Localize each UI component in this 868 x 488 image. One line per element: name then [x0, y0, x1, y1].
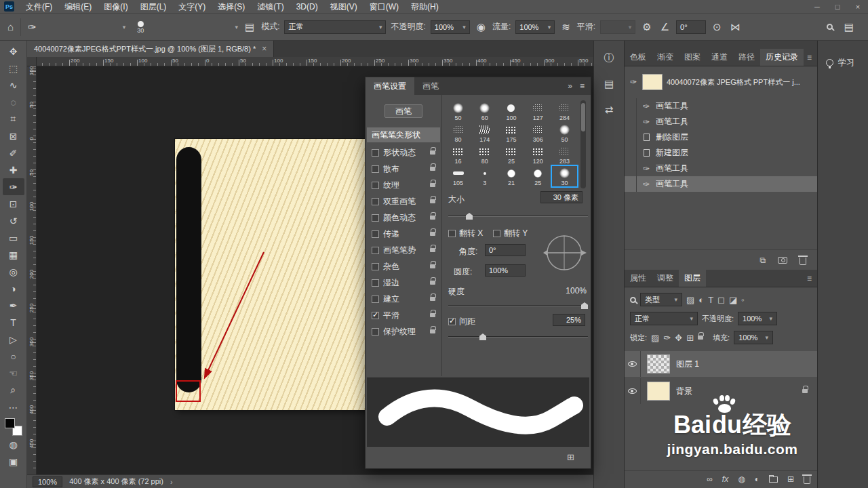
checkbox[interactable]: [372, 214, 379, 222]
zoom-tool[interactable]: ⌕: [3, 382, 24, 399]
type-tool[interactable]: T: [3, 314, 24, 331]
opacity-input[interactable]: 100% ▾: [431, 20, 470, 34]
brush-preset[interactable]: 175: [498, 122, 524, 144]
spacing-checkbox[interactable]: 间距: [448, 316, 475, 327]
option-smoothing[interactable]: 平滑: [367, 308, 440, 323]
brush-preset[interactable]: 3: [471, 165, 498, 187]
brush-size-preview[interactable]: 30: [130, 20, 151, 34]
menu-filter[interactable]: 滤镜(T): [251, 0, 290, 14]
brush-preset[interactable]: 50: [445, 100, 471, 122]
history-snapshot[interactable]: ✑ 40040072像素 JPEG格式 PPT样式一 j...: [625, 72, 817, 92]
brush-preset[interactable]: 174: [471, 122, 498, 144]
brush-preset[interactable]: 25: [525, 165, 551, 187]
brush-preset[interactable]: 283: [551, 144, 578, 165]
checkbox[interactable]: [372, 149, 379, 157]
blend-mode-select[interactable]: 正常 ▾: [630, 312, 698, 325]
filter-smart-object-icon[interactable]: ◪: [729, 295, 737, 305]
checkbox[interactable]: [448, 318, 456, 325]
layer-fill-input[interactable]: 100% ▾: [734, 331, 773, 344]
slider-handle[interactable]: [479, 333, 486, 340]
hardness-value[interactable]: 100%: [555, 286, 587, 296]
option-scattering[interactable]: 散布: [367, 161, 440, 176]
brush-preset-selected[interactable]: 30: [551, 165, 578, 187]
adjustment-layer-icon[interactable]: ◐: [755, 474, 760, 484]
option-protect-texture[interactable]: 保护纹理: [367, 324, 440, 339]
link-layers-icon[interactable]: ∞: [707, 474, 713, 484]
slider-handle[interactable]: [466, 213, 473, 220]
dodge-tool[interactable]: ◑: [3, 280, 24, 297]
hardness-slider[interactable]: [448, 301, 588, 309]
history-step-current[interactable]: ✑ 画笔工具: [625, 176, 817, 192]
layer-effects-icon[interactable]: fx: [722, 474, 728, 484]
tab-brush-settings[interactable]: 画笔设置: [366, 77, 414, 95]
info-panel-icon[interactable]: ⓘ: [604, 52, 614, 64]
menu-edit[interactable]: 编辑(E): [58, 0, 98, 14]
history-source-icon[interactable]: ✑: [629, 77, 638, 87]
lock-icon[interactable]: [430, 281, 435, 285]
eyedropper-tool[interactable]: ✐: [3, 144, 24, 161]
brush-preset[interactable]: 306: [525, 122, 551, 144]
restore-button[interactable]: □: [827, 0, 848, 14]
lock-icon[interactable]: [430, 297, 435, 301]
eraser-tool[interactable]: ▭: [3, 229, 24, 246]
tab-swatches[interactable]: 色板: [625, 49, 652, 66]
lock-icon[interactable]: [430, 183, 435, 187]
slider-handle[interactable]: [581, 302, 588, 309]
filter-shape-icon[interactable]: ◻: [717, 295, 725, 305]
lock-icon[interactable]: [430, 199, 435, 203]
home-icon[interactable]: ⌂: [5, 21, 16, 33]
log-panel-icon[interactable]: ▤: [604, 78, 614, 90]
checkbox[interactable]: [372, 247, 379, 254]
size-input[interactable]: 30 像素: [540, 191, 583, 203]
spacing-slider[interactable]: [448, 332, 588, 340]
lock-icon[interactable]: [430, 248, 435, 252]
lock-all-icon[interactable]: [698, 336, 703, 340]
visibility-toggle[interactable]: [625, 378, 641, 404]
delete-state-icon[interactable]: [800, 258, 806, 265]
tab-layers[interactable]: 图层: [679, 270, 706, 287]
filter-toggle-icon[interactable]: ◦: [741, 295, 745, 305]
spacing-input[interactable]: 25%: [553, 314, 585, 326]
brush-preset[interactable]: 80: [445, 122, 471, 144]
marquee-tool[interactable]: ⬚: [3, 60, 24, 77]
tab-brushes[interactable]: 画笔: [414, 77, 447, 95]
menu-3d[interactable]: 3D(D): [290, 0, 324, 14]
tab-properties[interactable]: 属性: [625, 270, 652, 287]
layer-row-layer1[interactable]: 图层 1: [625, 351, 817, 377]
preset-scrollbar[interactable]: [580, 100, 586, 188]
menu-window[interactable]: 窗口(W): [363, 0, 405, 14]
checkbox[interactable]: [372, 279, 379, 287]
tab-channels[interactable]: 通道: [706, 49, 733, 66]
airbrush-icon[interactable]: ≋: [559, 21, 572, 33]
checkbox[interactable]: [493, 230, 500, 237]
tab-patterns[interactable]: 图案: [679, 49, 706, 66]
lock-icon[interactable]: [430, 216, 435, 220]
lock-icon[interactable]: [802, 389, 808, 393]
history-brush-tool[interactable]: ↺: [3, 212, 24, 229]
brush-tool-preset-icon[interactable]: ✑: [26, 21, 39, 33]
tab-paths[interactable]: 路径: [733, 49, 760, 66]
quick-selection-tool[interactable]: ◌: [3, 94, 24, 110]
option-shape-dynamics[interactable]: 形状动态: [367, 145, 440, 160]
history-step[interactable]: 删除图层: [625, 129, 817, 145]
smoothing-input[interactable]: ▾: [600, 20, 635, 34]
option-transfer[interactable]: 传递: [367, 226, 440, 241]
history-step[interactable]: ✑ 画笔工具: [625, 98, 817, 114]
brush-preset[interactable]: 120: [525, 144, 551, 165]
lock-icon[interactable]: [430, 264, 435, 268]
layer-thumbnail[interactable]: [647, 354, 670, 373]
option-texture[interactable]: 纹理: [367, 178, 440, 192]
brush-preset[interactable]: 25: [498, 144, 524, 165]
smoothing-gear-icon[interactable]: ⚙: [640, 21, 653, 33]
menu-type[interactable]: 文字(Y): [172, 0, 212, 14]
chevron-down-icon[interactable]: ▾: [123, 24, 126, 30]
brush-preset[interactable]: 284: [551, 100, 578, 122]
lock-icon[interactable]: [430, 167, 435, 171]
gradient-tool[interactable]: ▦: [3, 246, 24, 263]
zoom-level-field[interactable]: 100%: [33, 476, 62, 487]
menu-view[interactable]: 视图(V): [324, 0, 363, 14]
history-step[interactable]: ✑ 画笔工具: [625, 114, 817, 129]
chevron-down-icon[interactable]: ▾: [235, 24, 238, 30]
angle-input[interactable]: 0°: [485, 244, 526, 256]
lock-transparency-icon[interactable]: ▨: [651, 333, 659, 343]
